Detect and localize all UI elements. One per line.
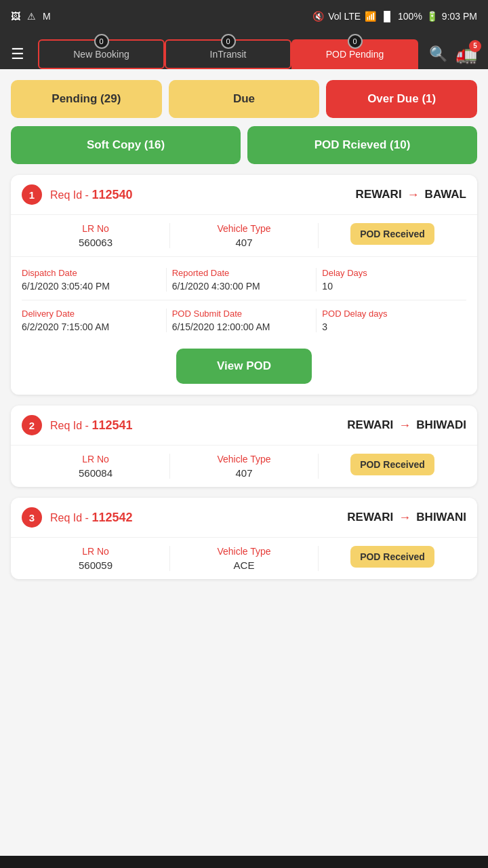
card-1-reported-value: 6/1/2020 4:30:00 PM (172, 281, 311, 292)
pending-button[interactable]: Pending (29) (11, 80, 162, 118)
card-2-vehicle-cell: Vehicle Type 407 (169, 454, 318, 479)
card-1-pod-cell: POD Received (318, 223, 466, 248)
soft-copy-button[interactable]: Soft Copy (16) (11, 126, 241, 164)
card-2-route: REWARI → BHIWADI (347, 418, 466, 433)
search-button[interactable]: 🔍 (429, 45, 447, 63)
card-2-number: 2 (22, 415, 42, 435)
card-3-pod-badge: POD Received (350, 546, 434, 568)
card-1-delay-cell: Delay Days 10 (316, 268, 466, 292)
card-1-delivery-cell: Delivery Date 6/2/2020 7:15:00 AM (22, 309, 166, 332)
card-1-to: BAWAL (425, 188, 466, 201)
main-content: Pending (29) Due Over Due (1) Soft Copy … (0, 69, 488, 856)
mute-icon: 🔇 (312, 11, 324, 22)
card-2-pod-badge: POD Received (350, 454, 434, 475)
card-3-vehicle-value: ACE (234, 559, 255, 571)
tab-pod-pending[interactable]: 0 POD Pending (291, 39, 418, 69)
card-3-lr-label: LR No (82, 546, 109, 557)
card-2-lr-label: LR No (82, 454, 109, 465)
card-2-header[interactable]: 2 Req Id - 112541 REWARI → BHIWADI (11, 406, 477, 446)
card-1-vehicle-label: Vehicle Type (217, 223, 270, 234)
card-3-req-id: 112542 (92, 511, 132, 524)
card-3-to: BHIWANI (416, 511, 466, 524)
intransit-badge: 0 (221, 34, 236, 49)
card-2-pod-cell: POD Received (318, 454, 466, 479)
card-2-header-left: 2 Req Id - 112541 (22, 415, 132, 435)
card-2-lr-value: 560084 (79, 467, 113, 479)
card-1-pod-submit-cell: POD Submit Date 6/15/2020 12:00:00 AM (166, 309, 317, 332)
card-1-route: REWARI → BAWAL (356, 188, 466, 202)
card-2-req-label: Req Id - 112541 (50, 418, 132, 433)
due-button[interactable]: Due (169, 80, 320, 118)
battery-text: 100% (398, 11, 422, 22)
header-icons: 🔍 🚛 5 (429, 44, 477, 65)
card-3-vehicle-label: Vehicle Type (217, 546, 270, 557)
card-2-lr-cell: LR No 560084 (22, 454, 169, 479)
arrow-icon-2: → (399, 418, 411, 433)
header: ☰ 0 New Booking 0 InTransit 0 POD Pendin… (0, 33, 488, 69)
card-2-info-row: LR No 560084 Vehicle Type 407 POD Receiv… (11, 446, 477, 487)
status-buttons-row: Pending (29) Due Over Due (1) (11, 80, 477, 118)
new-booking-badge: 0 (94, 34, 109, 49)
card-1-dispatch-label: Dispatch Date (22, 268, 161, 278)
arrow-icon-3: → (399, 511, 411, 525)
card-3-req-label: Req Id - 112542 (50, 511, 132, 525)
card-1-lr-label: LR No (82, 223, 109, 234)
overdue-button[interactable]: Over Due (1) (326, 80, 477, 118)
card-3-lr-value: 560059 (79, 559, 113, 571)
status-bar: 🖼 ⚠ M 🔇 Vol LTE 📶 ▐▌ 100% 🔋 9:03 PM (0, 0, 488, 33)
signal-icon: ▐▌ (380, 11, 394, 22)
menu-button[interactable]: ☰ (11, 45, 24, 63)
card-1-header[interactable]: 1 Req Id - 112540 REWARI → BAWAL (11, 175, 477, 215)
card-1-details: Dispatch Date 6/1/2020 3:05:40 PM Report… (11, 256, 477, 395)
time: 9:03 PM (442, 11, 477, 22)
card-1-vehicle-value: 407 (235, 237, 252, 248)
card-2-from: REWARI (347, 418, 393, 432)
card-1-delay-label: Delay Days (322, 268, 461, 278)
green-buttons-row: Soft Copy (16) POD Rcieved (10) (11, 126, 477, 164)
status-bar-left: 🖼 ⚠ M (11, 11, 51, 22)
tab-new-booking[interactable]: 0 New Booking (38, 39, 165, 69)
card-1-reported-cell: Reported Date 6/1/2020 4:30:00 PM (166, 268, 317, 292)
gallery-icon: 🖼 (11, 11, 20, 22)
tabs-container: 0 New Booking 0 InTransit 0 POD Pending (38, 39, 418, 69)
pod-received-button[interactable]: POD Rcieved (10) (247, 126, 477, 164)
card-1-header-left: 1 Req Id - 112540 (22, 184, 132, 205)
card-3-route: REWARI → BHIWANI (347, 511, 466, 525)
card-1-req-label: Req Id - 112540 (50, 188, 132, 202)
card-3-from: REWARI (347, 511, 393, 524)
card-3-header[interactable]: 3 Req Id - 112542 REWARI → BHIWANI (11, 498, 477, 538)
alert-icon: ⚠ (27, 11, 36, 22)
card-1-from: REWARI (356, 188, 402, 201)
card-1-delivery-value: 6/2/2020 7:15:00 AM (22, 321, 161, 332)
card-1-lr-cell: LR No 560063 (22, 223, 169, 248)
view-pod-button-1[interactable]: View POD (176, 349, 312, 384)
card-1-delay-value: 10 (322, 281, 461, 292)
card-3-vehicle-cell: Vehicle Type ACE (169, 546, 318, 571)
arrow-icon-1: → (407, 188, 420, 202)
card-1-info-row: LR No 560063 Vehicle Type 407 POD Receiv… (11, 215, 477, 256)
card-1-number: 1 (22, 184, 42, 205)
wifi-icon: 📶 (365, 11, 376, 22)
gmail-icon: M (43, 11, 51, 22)
card-2: 2 Req Id - 112541 REWARI → BHIWADI LR No… (11, 406, 477, 487)
card-1: 1 Req Id - 112540 REWARI → BAWAL LR No 5… (11, 175, 477, 395)
card-3-lr-cell: LR No 560059 (22, 546, 169, 571)
card-3: 3 Req Id - 112542 REWARI → BHIWANI LR No… (11, 498, 477, 579)
card-1-pod-badge: POD Received (350, 223, 434, 245)
battery-icon: 🔋 (426, 11, 438, 22)
card-3-pod-cell: POD Received (318, 546, 466, 571)
card-1-lr-value: 560063 (79, 237, 113, 248)
card-3-info-row: LR No 560059 Vehicle Type ACE POD Receiv… (11, 538, 477, 579)
truck-button[interactable]: 🚛 5 (455, 44, 477, 65)
card-2-vehicle-label: Vehicle Type (217, 454, 270, 465)
pod-pending-badge: 0 (348, 34, 363, 49)
card-2-req-id: 112541 (92, 418, 132, 432)
tab-intransit[interactable]: 0 InTransit (165, 39, 291, 69)
card-2-vehicle-value: 407 (235, 467, 252, 479)
card-1-dispatch-value: 6/1/2020 3:05:40 PM (22, 281, 161, 292)
card-1-details-bottom: Delivery Date 6/2/2020 7:15:00 AM POD Su… (22, 309, 466, 340)
card-2-to: BHIWADI (416, 418, 466, 432)
card-1-dispatch-cell: Dispatch Date 6/1/2020 3:05:40 PM (22, 268, 166, 292)
card-3-number: 3 (22, 507, 42, 528)
card-3-header-left: 3 Req Id - 112542 (22, 507, 132, 528)
